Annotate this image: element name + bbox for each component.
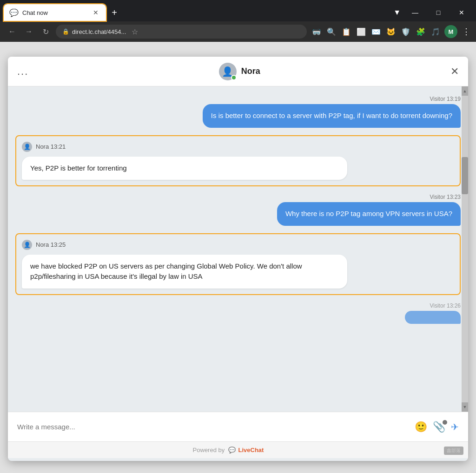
agent-message-name-2: Nora 13:25 [36,241,66,248]
extension-icons: 🥽 🔍 📋 ⬜ ✉️ 🐱 🛡️ 🧩 🎵 M ⋮ [311,25,470,38]
new-tab-button[interactable]: + [108,6,121,19]
lock-icon: 🔒 [62,28,69,35]
agent-message-block-2: 👤 Nora 13:25 we have blocked P2P on US s… [15,233,461,295]
message-row: Visitor 13:19 Is is better to connect to… [15,96,461,128]
address-bar: ← → ↻ 🔒 direct.lc.chat/4454... ☆ 🥽 🔍 📋 ⬜… [0,21,476,42]
agent-message-bubble-2: we have blocked P2P on US servers as per… [22,255,347,289]
ext-icon-8[interactable]: 🧩 [415,26,427,38]
scroll-track [462,96,468,402]
browser-menu-button[interactable]: ⋮ [462,26,470,37]
input-icons: 🙂 📎 ✈ [415,421,459,433]
visitor-message-partial [405,311,461,324]
ext-icon-6[interactable]: 🐱 [385,26,397,38]
emoji-button[interactable]: 🙂 [415,421,427,433]
scroll-thumb[interactable] [462,157,468,194]
scroll-down-button[interactable]: ▼ [462,402,468,412]
close-window-button[interactable]: ✕ [451,6,472,20]
minimize-button[interactable]: — [404,6,426,20]
attach-badge [443,420,447,425]
agent-small-avatar: 👤 [22,142,32,152]
chat-footer: Powered by 💬 LiveChat 鑫部落 [8,441,468,458]
ext-icon-9[interactable]: 🎵 [430,26,442,38]
message-timestamp: Visitor 13:19 [430,96,461,102]
agent-message-header-2: 👤 Nora 13:25 [22,240,454,250]
agent-message-block: 👤 Nora 13:21 Yes, P2P is better for torr… [15,135,461,187]
maximize-button[interactable]: □ [428,6,449,20]
message-input[interactable] [17,423,415,431]
ext-icon-1[interactable]: 🥽 [311,26,323,38]
message-row-partial: Visitor 13:26 [15,302,461,324]
tab-favicon: 💬 [9,8,19,17]
message-timestamp: Visitor 13:23 [430,194,461,200]
ext-icon-5[interactable]: ✉️ [370,26,382,38]
chat-header: ... 👤 Nora ✕ [8,57,468,86]
tab-bar: 💬 Chat now ✕ + ▼ — □ ✕ [0,0,476,21]
profile-button[interactable]: M [444,25,457,38]
message-row: Visitor 13:23 Why there is no P2P tag am… [15,194,461,226]
ext-icon-2[interactable]: 🔍 [325,26,337,38]
chat-menu-button[interactable]: ... [17,66,28,78]
forward-button[interactable]: → [22,25,35,38]
visitor-message-bubble: Is is better to connect to a server with… [203,104,461,128]
active-tab[interactable]: 💬 Chat now ✕ [4,4,106,21]
back-button[interactable]: ← [6,25,19,38]
agent-message-bubble: Yes, P2P is better for torrenting [22,157,347,180]
scrollbar[interactable]: ▲ ▼ [462,86,468,412]
ext-icon-4[interactable]: ⬜ [355,26,367,38]
agent-name: Nora [241,66,260,76]
chat-widget: ... 👤 Nora ✕ Visitor 13:19 Is is bette [8,57,468,461]
attach-button[interactable]: 📎 [433,421,445,433]
livechat-brand: LiveChat [238,447,264,453]
visitor-message-bubble: Why there is no P2P tag among VPN server… [277,202,461,226]
bookmark-icon[interactable]: ☆ [132,27,138,36]
browser-window: 💬 Chat now ✕ + ▼ — □ ✕ ← → ↻ 🔒 direct.lc… [0,0,476,473]
ext-icon-7[interactable]: 🛡️ [400,26,412,38]
message-timestamp-partial: Visitor 13:26 [430,302,461,309]
chat-input-area: 🙂 📎 ✈ [8,412,468,441]
messages-outer: Visitor 13:19 Is is better to connect to… [8,86,468,412]
url-text: direct.lc.chat/4454... [72,28,126,35]
tab-title: Chat now [22,9,87,16]
scroll-up-button[interactable]: ▲ [462,86,468,96]
ext-icon-3[interactable]: 📋 [340,26,352,38]
agent-message-header: 👤 Nora 13:21 [22,142,454,152]
watermark: 鑫部落 [444,447,463,455]
reload-button[interactable]: ↻ [39,25,52,38]
agent-info: 👤 Nora [28,63,450,80]
chat-messages-area[interactable]: Visitor 13:19 Is is better to connect to… [8,86,468,412]
online-status-dot [231,75,237,80]
tab-close-button[interactable]: ✕ [91,8,100,17]
url-bar[interactable]: 🔒 direct.lc.chat/4454... ☆ [56,25,307,39]
window-controls: — □ ✕ [404,6,472,20]
send-icon[interactable]: ✈ [451,421,459,433]
tab-dropdown-button[interactable]: ▼ [393,8,401,17]
livechat-icon: 💬 [228,447,236,453]
chat-close-button[interactable]: ✕ [450,66,459,78]
agent-avatar: 👤 [219,63,237,80]
agent-small-avatar-2: 👤 [22,240,32,250]
agent-message-name: Nora 13:21 [36,143,66,150]
powered-by-text: Powered by [193,447,225,453]
